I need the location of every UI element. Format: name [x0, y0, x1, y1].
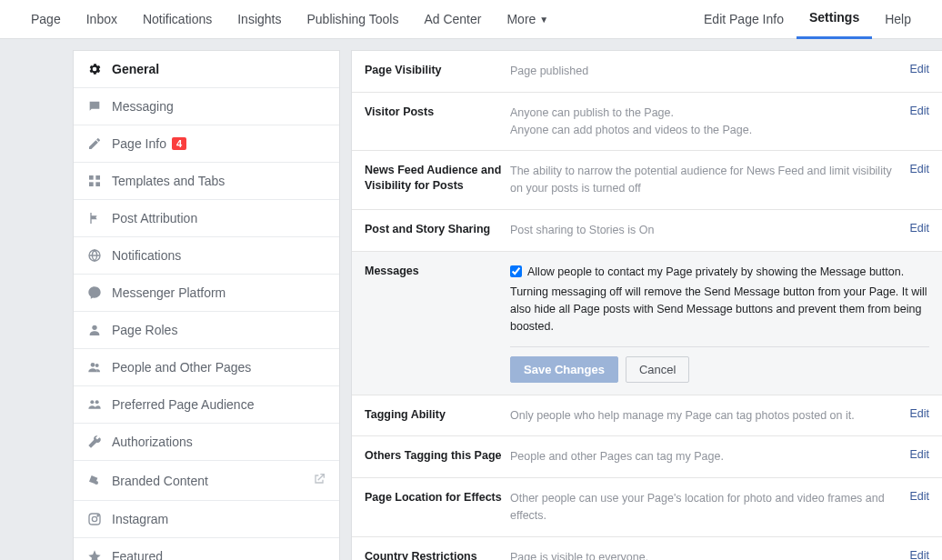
row-tagging-ability: Tagging Ability Only people who help man… [352, 395, 942, 437]
svg-rect-1 [95, 175, 100, 180]
edit-link[interactable]: Edit [900, 63, 929, 75]
row-page-visibility: Page Visibility Page published Edit [352, 51, 942, 93]
nav-insights[interactable]: Insights [225, 0, 294, 39]
people-icon [86, 360, 103, 375]
sidebar-item-messaging[interactable]: Messaging [74, 88, 339, 125]
row-label: Visitor Posts [365, 105, 510, 120]
row-others-tagging: Others Tagging this Page People and othe… [352, 436, 942, 478]
sidebar-item-label: Featured [112, 549, 163, 560]
nav-inbox[interactable]: Inbox [74, 0, 130, 39]
branded-icon [86, 474, 103, 488]
caret-down-icon: ▼ [539, 0, 548, 39]
edit-link[interactable]: Edit [900, 549, 929, 561]
row-value-expanded: Allow people to contact my Page privatel… [510, 264, 929, 383]
messages-desc: Turning messaging off will remove the Se… [510, 284, 929, 335]
nav-page[interactable]: Page [18, 0, 74, 39]
grid-icon [86, 174, 103, 188]
row-value: The ability to narrow the potential audi… [510, 163, 900, 197]
message-icon [86, 99, 103, 114]
settings-main: Page Visibility Page published Edit Visi… [351, 50, 942, 560]
sidebar-item-authorizations[interactable]: Authorizations [74, 424, 339, 461]
svg-point-13 [97, 515, 98, 516]
globe-icon [86, 248, 103, 263]
nav-publishing-tools[interactable]: Publishing Tools [294, 0, 411, 39]
svg-point-10 [95, 481, 98, 485]
nav-settings[interactable]: Settings [797, 0, 872, 39]
sidebar-item-label: Authorizations [112, 435, 193, 449]
checkbox-label: Allow people to contact my Page privatel… [527, 264, 904, 281]
svg-point-12 [92, 516, 96, 521]
row-label: Others Tagging this Page [365, 448, 510, 464]
settings-sidebar: General Messaging Page Info 4 Templates … [73, 50, 340, 560]
star-icon [86, 549, 103, 560]
svg-rect-3 [95, 182, 100, 186]
sidebar-item-people-other-pages[interactable]: People and Other Pages [74, 349, 339, 386]
row-value: Page published [510, 63, 900, 80]
gear-icon [86, 62, 103, 76]
row-visitor-posts: Visitor Posts Anyone can publish to the … [352, 93, 942, 152]
sidebar-item-label: Messenger Platform [112, 285, 225, 300]
row-news-feed-audience: News Feed Audience and Visibility for Po… [352, 151, 942, 210]
row-value: Other people can use your Page's locatio… [510, 490, 900, 525]
save-changes-button[interactable]: Save Changes [510, 356, 618, 383]
svg-point-7 [95, 364, 99, 367]
pencil-icon [86, 136, 103, 151]
sidebar-item-templates-tabs[interactable]: Templates and Tabs [74, 163, 339, 200]
edit-link[interactable]: Edit [900, 163, 929, 175]
row-label: Page Location for Effects [365, 490, 510, 505]
edit-link[interactable]: Edit [900, 105, 929, 117]
sidebar-item-general[interactable]: General [74, 51, 339, 88]
svg-point-5 [92, 325, 96, 330]
row-label: Country Restrictions [365, 549, 510, 561]
svg-rect-2 [89, 182, 94, 186]
sidebar-item-label: Notifications [112, 248, 181, 263]
row-country-restrictions: Country Restrictions Page is visible to … [352, 537, 942, 561]
content-container: General Messaging Page Info 4 Templates … [0, 39, 942, 560]
sidebar-item-preferred-audience[interactable]: Preferred Page Audience [74, 386, 339, 424]
edit-link[interactable]: Edit [900, 407, 929, 420]
svg-rect-0 [89, 175, 94, 180]
nav-edit-page-info[interactable]: Edit Page Info [691, 0, 797, 39]
nav-more[interactable]: More▼ [494, 0, 561, 39]
nav-notifications[interactable]: Notifications [130, 0, 225, 39]
sidebar-item-messenger-platform[interactable]: Messenger Platform [74, 275, 339, 312]
sidebar-item-instagram[interactable]: Instagram [74, 501, 339, 538]
svg-point-8 [90, 400, 94, 404]
row-label: Messages [365, 264, 510, 279]
sidebar-item-notifications[interactable]: Notifications [74, 237, 339, 275]
row-value: People and other Pages can tag my Page. [510, 448, 900, 465]
top-nav-left: Page Inbox Notifications Insights Publis… [18, 0, 561, 39]
sidebar-item-label: Messaging [112, 99, 174, 114]
page-info-badge: 4 [172, 137, 186, 150]
edit-link[interactable]: Edit [900, 448, 929, 461]
row-value: Page is visible to everyone. [510, 549, 900, 561]
messages-checkbox[interactable] [510, 265, 522, 277]
top-nav: Page Inbox Notifications Insights Publis… [0, 0, 942, 39]
sidebar-item-page-info[interactable]: Page Info 4 [74, 125, 339, 163]
sidebar-item-label: Templates and Tabs [112, 174, 225, 188]
sidebar-item-featured[interactable]: Featured [74, 538, 339, 560]
row-label: Post and Story Sharing [365, 222, 510, 237]
sidebar-item-branded-content[interactable]: Branded Content [74, 461, 339, 501]
person-icon [86, 323, 103, 337]
sidebar-item-label: Page Info [112, 136, 166, 151]
edit-link[interactable]: Edit [900, 490, 929, 503]
svg-point-6 [91, 363, 95, 367]
sidebar-item-post-attribution[interactable]: Post Attribution [74, 200, 339, 237]
row-messages: Messages Allow people to contact my Page… [352, 252, 942, 395]
sidebar-item-label: People and Other Pages [112, 360, 251, 375]
nav-ad-center[interactable]: Ad Center [411, 0, 494, 39]
edit-link[interactable]: Edit [900, 222, 929, 235]
top-nav-right: Edit Page Info Settings Help [691, 0, 924, 39]
sidebar-item-page-roles[interactable]: Page Roles [74, 312, 339, 349]
row-label: Page Visibility [365, 63, 510, 78]
external-link-icon [312, 472, 326, 489]
svg-point-9 [95, 400, 99, 404]
nav-help[interactable]: Help [872, 0, 924, 39]
cancel-button[interactable]: Cancel [626, 356, 689, 383]
flag-icon [86, 211, 103, 225]
row-post-story-sharing: Post and Story Sharing Post sharing to S… [352, 210, 942, 252]
row-page-location-effects: Page Location for Effects Other people c… [352, 478, 942, 537]
sidebar-item-label: Instagram [112, 512, 168, 526]
row-value: Anyone can publish to the Page. Anyone c… [510, 105, 900, 139]
